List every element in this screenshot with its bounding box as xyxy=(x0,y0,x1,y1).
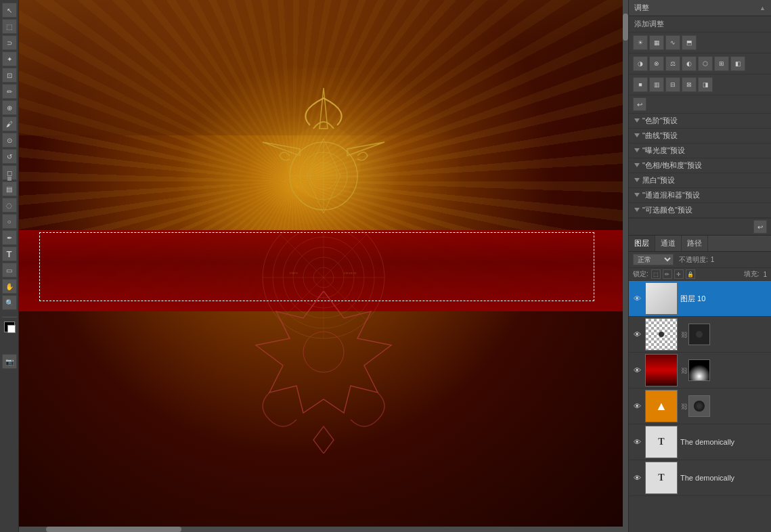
layers-controls: 正常 不透明度: 1 xyxy=(629,252,771,268)
hsl-icon[interactable]: ⊗ xyxy=(649,56,664,71)
history-brush-tool[interactable]: ↺ xyxy=(2,149,17,164)
balance-icon[interactable]: ⚖ xyxy=(665,56,680,71)
layers-list: 👁 图层 10 👁 ⛓ xyxy=(629,281,771,532)
selective-color-arrow xyxy=(634,208,640,213)
eyedropper-tool[interactable]: ✏ xyxy=(2,84,17,99)
lock-transparency-icon[interactable]: ⬚ xyxy=(651,269,661,279)
right-panel: 调整 ▲ 添加调整 ☀ ▦ ∿ ⬒ ◑ ⊗ ⚖ ◐ ⬡ ⊞ ◧ ■ ▥ ⊟ ⊠ … xyxy=(628,0,771,532)
chain-icon-orange: ⛓ xyxy=(680,402,688,410)
bw-icon[interactable]: ◐ xyxy=(682,56,697,71)
exposure-arrow xyxy=(634,148,640,154)
road-layer-visibility-icon[interactable]: 👁 xyxy=(632,365,642,376)
tab-paths[interactable]: 路径 xyxy=(682,236,708,251)
vibrance-icon[interactable]: ◑ xyxy=(633,56,648,71)
adj-item-selective-color[interactable]: "可选颜色"预设 xyxy=(629,203,771,218)
text1-layer-visibility-icon[interactable]: 👁 xyxy=(632,437,642,447)
stamp-tool[interactable]: ⊙ xyxy=(2,133,17,148)
magic-wand-tool[interactable]: ✦ xyxy=(2,51,17,66)
curves-icon[interactable]: ∿ xyxy=(665,35,680,50)
ornament-bottom xyxy=(236,291,412,453)
fill-label: 填充: xyxy=(744,269,759,279)
opacity-label: 不透明度: xyxy=(679,255,708,265)
curves-arrow xyxy=(634,133,640,139)
channel-mixer-arrow xyxy=(634,193,640,198)
solid-color-icon[interactable]: ■ xyxy=(633,77,648,92)
pattern-icon[interactable]: ⊟ xyxy=(665,77,680,92)
photo-filter-icon[interactable]: ⬡ xyxy=(698,56,713,71)
zoom-tool[interactable]: 🔍 xyxy=(2,295,17,310)
exposure-label: "曝光度"预设 xyxy=(642,146,685,156)
tab-channels[interactable]: 通道 xyxy=(655,236,682,251)
svg-marker-23 xyxy=(313,426,334,453)
lock-paint-icon[interactable]: ✏ xyxy=(663,269,672,279)
foreground-color[interactable] xyxy=(4,322,15,332)
add-adjustment-label: 添加调整 xyxy=(629,16,771,32)
blur-tool[interactable]: ◌ xyxy=(2,198,17,213)
adjustment-icons-row3: ■ ▥ ⊟ ⊠ ◨ xyxy=(629,74,771,95)
adjustments-header: 调整 ▲ xyxy=(629,0,771,16)
adj-item-levels[interactable]: "色阶"预设 xyxy=(629,114,771,129)
layer-row-text1[interactable]: 👁 T The demonically xyxy=(629,424,771,460)
heal-tool[interactable]: ⊕ xyxy=(2,100,17,115)
bw-label: 黑白"预设 xyxy=(642,175,675,185)
transparent-layer-visibility-icon[interactable]: 👁 xyxy=(632,329,642,340)
gradient-fill-icon[interactable]: ▥ xyxy=(649,77,664,92)
camera-tool[interactable]: 📷 xyxy=(2,354,17,369)
layer-row-transparent[interactable]: 👁 ⛓ xyxy=(629,317,771,353)
layer10-visibility-icon[interactable]: 👁 xyxy=(632,293,642,304)
pen-tool[interactable]: ✒ xyxy=(2,230,17,245)
canvas-area: FREE DESIGN xyxy=(19,0,628,532)
text2-layer-visibility-icon[interactable]: 👁 xyxy=(632,472,642,483)
lasso-tool[interactable]: ⊃ xyxy=(2,35,17,50)
road-layer-thumbnail xyxy=(645,354,678,386)
svg-point-9 xyxy=(286,125,361,200)
blend-mode-select[interactable]: 正常 xyxy=(633,254,674,265)
return-button[interactable]: ↩ xyxy=(633,97,646,111)
svg-point-22 xyxy=(303,332,344,372)
exposure-icon[interactable]: ⬒ xyxy=(682,35,697,50)
adj-item-curves[interactable]: "曲线"预设 xyxy=(629,129,771,143)
adj-item-channel-mixer[interactable]: "通道混和器"预设 xyxy=(629,188,771,203)
marquee-tool[interactable]: ⬚ xyxy=(2,19,17,34)
layer-row-text2[interactable]: 👁 T The demonically xyxy=(629,460,771,496)
adj-item-exposure[interactable]: "曝光度"预设 xyxy=(629,143,771,158)
lock-all-icon[interactable]: 🔒 xyxy=(686,269,695,279)
crop-tool[interactable]: ⊡ xyxy=(2,68,17,83)
chain-icon-road: ⛓ xyxy=(680,366,688,374)
canvas-h-scrollbar[interactable] xyxy=(19,527,623,532)
posterize-icon[interactable]: ⊠ xyxy=(682,77,697,92)
expand-adjustments-btn[interactable]: ↩ xyxy=(753,220,767,234)
lock-icons: ⬚ ✏ ✛ 🔒 xyxy=(651,269,695,279)
tab-layers[interactable]: 图层 xyxy=(629,236,655,251)
dodge-tool[interactable]: ○ xyxy=(2,214,17,229)
fill-value: 1 xyxy=(763,271,767,278)
gradient-tool[interactable]: ▤ xyxy=(2,181,17,196)
levels-icon[interactable]: ▦ xyxy=(649,35,664,50)
channel-mixer-icon[interactable]: ⊞ xyxy=(714,56,729,71)
move-tool[interactable]: ↖ xyxy=(2,3,17,18)
layer-row-road[interactable]: 👁 ⛓ xyxy=(629,353,771,389)
layers-tabs: 图层 通道 路径 xyxy=(629,236,771,252)
svg-text:FREE: FREE xyxy=(290,271,298,275)
text-tool[interactable]: T xyxy=(2,246,17,261)
orange-layer-visibility-icon[interactable]: 👁 xyxy=(632,401,642,412)
canvas-scrollbar[interactable] xyxy=(623,0,628,532)
transparent-layer-mask xyxy=(688,324,710,345)
selective-color-label: "可选颜色"预设 xyxy=(642,205,692,215)
layer-row-layer10[interactable]: 👁 图层 10 xyxy=(629,281,771,317)
brush-tool[interactable]: 🖌 xyxy=(2,116,17,131)
lock-row: 锁定: ⬚ ✏ ✛ 🔒 填充: 1 xyxy=(629,268,771,281)
adjustment-icons-row2: ◑ ⊗ ⚖ ◐ ⬡ ⊞ ◧ xyxy=(629,53,771,74)
hand-tool[interactable]: ✋ xyxy=(2,279,17,294)
levels-label: "色阶"预设 xyxy=(642,116,678,126)
adj-item-bw[interactable]: 黑白"预设 xyxy=(629,173,771,188)
invert-icon[interactable]: ◧ xyxy=(730,56,745,71)
threshold-icon[interactable]: ◨ xyxy=(698,77,713,92)
adj-item-hsl[interactable]: "色相/饱和度"预设 xyxy=(629,158,771,173)
layer10-thumbnail xyxy=(645,282,678,315)
shape-tool[interactable]: ▭ xyxy=(2,263,17,278)
layer-row-orange[interactable]: 👁 ▲ ⛓ xyxy=(629,389,771,424)
brightness-icon[interactable]: ☀ xyxy=(633,35,648,50)
lock-position-icon[interactable]: ✛ xyxy=(674,269,684,279)
hsl-label: "色相/饱和度"预设 xyxy=(642,160,702,171)
